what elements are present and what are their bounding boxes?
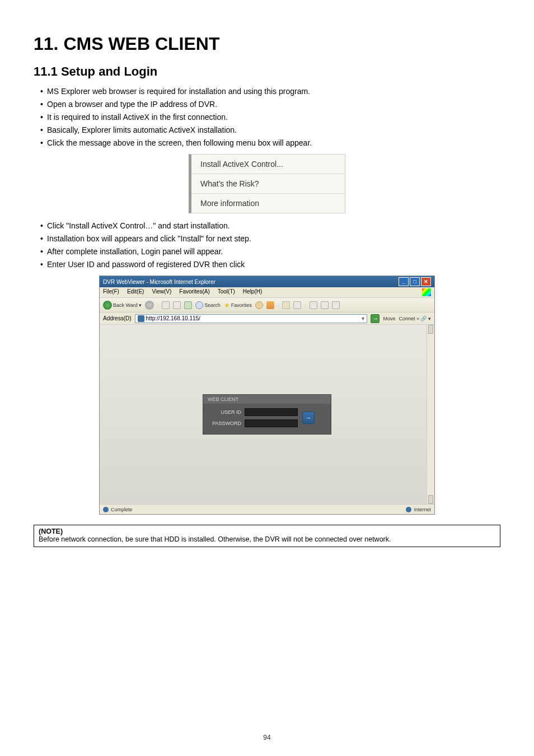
status-right: Internet <box>414 507 431 512</box>
minimize-button[interactable]: _ <box>399 277 409 286</box>
menu-help[interactable]: Help(H) <box>243 288 262 296</box>
password-label: PASSWORD <box>209 421 241 426</box>
ie-logo-icon <box>422 288 431 296</box>
edit-button[interactable] <box>310 301 317 309</box>
bullet-item: After complete installation, Login panel… <box>40 247 500 256</box>
close-button[interactable]: ✕ <box>421 277 431 286</box>
bullet-item: Click "Install ActiveX Control…" and sta… <box>40 221 500 230</box>
user-id-input[interactable] <box>245 408 298 416</box>
mail-button[interactable] <box>282 301 290 309</box>
search-icon <box>195 301 203 309</box>
favorites-button[interactable]: ★Favorites <box>224 301 252 309</box>
bullet-item: Basically, Explorer limits automatic Act… <box>40 125 500 134</box>
page-number: 94 <box>0 734 534 741</box>
refresh-button[interactable] <box>173 301 181 309</box>
address-label: Address(D) <box>103 315 132 321</box>
search-button[interactable]: Search <box>195 301 221 309</box>
messenger-button[interactable] <box>332 301 340 309</box>
bullet-list-mid: Click "Install ActiveX Control…" and sta… <box>34 221 500 269</box>
connect-label[interactable]: Connet » 🔗 ▾ <box>399 316 431 321</box>
separator: · <box>278 302 279 308</box>
bullet-item: Click the message above in the screen, t… <box>40 138 500 147</box>
ie-toolbar: Back Ward ▾ · Search ★Favorites · · <box>100 298 434 312</box>
menu-tools[interactable]: Tool(T) <box>218 288 235 296</box>
media-button[interactable] <box>255 301 263 309</box>
menu-favorites[interactable]: Favorites(A) <box>179 288 209 296</box>
ie-menubar: File(F) Edit(E) View(V) Favorites(A) Too… <box>100 287 434 298</box>
activex-menu-box: Install ActiveX Control... What's the Ri… <box>189 154 345 213</box>
address-value: http://192.168.10.115/ <box>146 315 200 321</box>
move-label: Move <box>383 316 395 321</box>
ie-window-screenshot: DVR WebViewer - Microsoft Internet Explo… <box>99 276 435 515</box>
star-icon: ★ <box>224 301 230 309</box>
login-title: WEB CLIENT <box>203 395 331 404</box>
section-title: 11.1 Setup and Login <box>34 64 500 79</box>
forward-button[interactable] <box>145 301 154 310</box>
bullet-list-top: MS Explorer web browser is required for … <box>34 87 500 147</box>
back-button[interactable]: Back Ward ▾ <box>103 301 142 310</box>
separator: · <box>157 302 159 308</box>
vertical-scrollbar[interactable] <box>427 325 434 504</box>
print-button[interactable] <box>293 301 301 309</box>
bullet-item: Open a browser and type the IP address o… <box>40 100 500 109</box>
note-body: Before network connection, be sure that … <box>39 535 495 543</box>
ie-window-controls: _ □ ✕ <box>399 277 431 286</box>
ie-statusbar: Complete Internet <box>100 504 434 514</box>
status-icon <box>103 507 109 512</box>
ie-content-area: WEB CLIENT USER ID PASSWORD → <box>100 325 434 504</box>
ie-page-icon <box>138 315 144 322</box>
go-button[interactable]: → <box>371 314 380 323</box>
home-button[interactable] <box>184 301 192 309</box>
login-panel: WEB CLIENT USER ID PASSWORD → <box>203 394 331 435</box>
ie-addressbar: Address(D) http://192.168.10.115/ ▾ → Mo… <box>100 312 434 325</box>
ie-window-title: DVR WebViewer - Microsoft Internet Explo… <box>103 279 216 285</box>
internet-zone-icon <box>406 507 411 512</box>
bullet-item: MS Explorer web browser is required for … <box>40 87 500 96</box>
bullet-item: It is required to install ActiveX in the… <box>40 113 500 122</box>
address-input[interactable]: http://192.168.10.115/ ▾ <box>135 314 368 323</box>
bullet-item: Enter User ID and password of registered… <box>40 260 500 269</box>
note-title: (NOTE) <box>39 528 495 535</box>
menu-view[interactable]: View(V) <box>152 288 171 296</box>
activex-install-item[interactable]: Install ActiveX Control... <box>191 155 345 174</box>
menu-edit[interactable]: Edit(E) <box>127 288 144 296</box>
activex-risk-item[interactable]: What's the Risk? <box>191 174 345 194</box>
password-input[interactable] <box>245 419 298 427</box>
separator: · <box>305 302 306 308</box>
bullet-item: Installation box will appears and click … <box>40 234 500 243</box>
activex-more-item[interactable]: More information <box>191 194 345 213</box>
discuss-button[interactable] <box>321 301 329 309</box>
ie-titlebar: DVR WebViewer - Microsoft Internet Explo… <box>100 276 434 287</box>
maximize-button[interactable]: □ <box>410 277 420 286</box>
user-id-label: USER ID <box>209 409 241 415</box>
chapter-title: 11. CMS WEB CLIENT <box>34 34 500 54</box>
login-row-user: USER ID <box>209 408 298 416</box>
menu-file[interactable]: File(F) <box>103 288 119 296</box>
history-button[interactable] <box>266 301 274 309</box>
back-arrow-icon <box>103 301 112 310</box>
login-row-pass: PASSWORD <box>209 419 298 427</box>
note-box: (NOTE) Before network connection, be sur… <box>34 525 500 547</box>
status-left: Complete <box>111 507 133 512</box>
login-submit-button[interactable]: → <box>302 412 315 424</box>
stop-button[interactable] <box>162 301 170 309</box>
